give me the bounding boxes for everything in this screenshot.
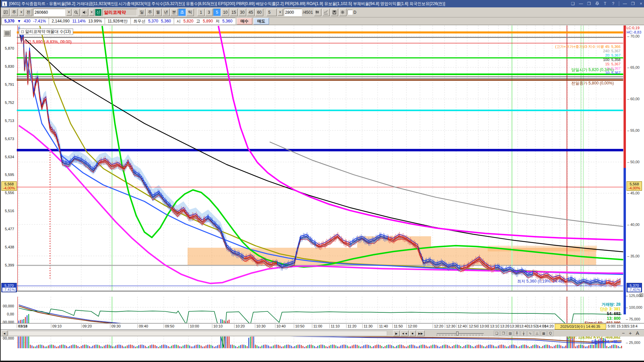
tool-icon[interactable]: ▦ [541,330,547,336]
time-label: 11:20 [346,324,357,328]
period-button-년[interactable]: 년 [162,9,170,16]
period-button-group: 일주월년분초틱 [138,9,194,16]
interval-button-45[interactable]: 45 [247,9,255,16]
time-label: 5:00 [606,324,615,328]
bar-count-input[interactable]: 2800 [284,9,302,16]
play-button[interactable]: ▶ [393,330,400,336]
restore-icon[interactable]: ❐ [631,1,635,6]
interval-button-15[interactable]: 15 [230,9,237,16]
window-title: [0601] 주식종합차트 - 유통비율[58.2] 거래대금[11,923(백… [9,1,445,7]
indicator-chart[interactable] [17,297,623,348]
candle-style-icon[interactable] [314,9,321,16]
period-button-주[interactable]: 주 [146,9,154,16]
time-label: 10:00 [189,324,199,328]
line-style-icon[interactable] [322,9,330,16]
horizontal-scrollbar[interactable] [8,331,387,336]
stock-type-combo[interactable]: 주 [10,9,18,16]
ma-legend-entry: 100: 5,358 [555,58,621,62]
percent-axis-label: – 45,00 [627,191,640,195]
app-icon: 1 [2,1,7,6]
best-quote-label: 최우선 [133,18,146,24]
tool-icon[interactable]: ╀ [514,330,520,336]
sell-button[interactable]: 매도 [254,18,269,24]
period-button-틱[interactable]: 틱 [186,9,194,16]
tool-icon[interactable]: ╁ [521,330,527,336]
close-icon[interactable]: × [639,1,643,6]
open-label: 시 [177,18,181,24]
text-tool-icon[interactable]: T [603,1,607,6]
pane-splitter[interactable] [17,291,623,292]
minimize-pane-icon[interactable]: — [579,1,583,6]
interval-button-1[interactable]: 1 [197,9,205,16]
quote-strip: 5,370 ▼ 430 -7.41% 2,144,090 11.14% 13.9… [1,18,235,24]
chart-title-box[interactable]: 알리코제약 매물대 수(13) [19,28,73,35]
current-price: 5,370 [4,19,14,23]
d-checkbox[interactable] [347,10,353,15]
cascade-window-icon[interactable]: ❏ [571,1,575,6]
sound-icon[interactable] [81,9,88,16]
count-combo-arrow[interactable]: ▼ [278,9,283,16]
ma-legend-entry: 10: 5,367 [555,71,621,75]
tool-icon[interactable]: Q [547,330,553,336]
time-label: 09:40 [138,324,148,328]
tool-icon[interactable]: ❏ [494,330,500,336]
minus4pct-marker: 5,568-4,00% [627,181,642,191]
price-change: 430 [24,19,31,23]
tool-icon[interactable]: ∿ [527,330,533,336]
collapse-icon[interactable] [21,31,24,33]
interval-button-30[interactable]: 30 [238,9,246,16]
price-axis-label: 5,595 [1,173,14,177]
ma-legend-entry: 5: 5,367 [555,66,621,71]
title-bar: 1 [0601] 주식종합차트 - 유통비율[58.2] 거래대금[11,923… [1,0,644,7]
grid-settings-button[interactable] [3,30,11,37]
interval-button-10[interactable]: 10 [221,9,229,16]
indicator-axis-label: – 100,000 [626,305,642,309]
help-icon[interactable]: ? [611,1,615,6]
buy-button[interactable]: 매수 [237,18,252,24]
count-combo[interactable]: 5 [267,9,277,16]
period-button-월[interactable]: 월 [154,9,162,16]
stock-code-input[interactable]: 260660 [33,9,65,16]
tool-icon[interactable]: ❐ [500,330,506,336]
period-button-분[interactable]: 분 [170,9,178,16]
minus4pct-marker: 5,568-4,00% [1,181,17,191]
price-axis-label: 5,713 [1,119,14,123]
gear-icon[interactable] [339,9,346,16]
stock-name: 알리코제약 [102,9,137,16]
period-button-초[interactable]: 초 [178,9,186,16]
speed-slider[interactable] [437,331,484,336]
interval-button-3[interactable]: 3 [205,9,213,16]
interval-button-5[interactable]: 5 [213,9,221,16]
tool-icon[interactable]: △ [534,330,540,336]
price-range-bar-lower [624,168,626,314]
sound-combo-arrow[interactable]: ▼ [89,9,94,16]
slider-handle[interactable] [456,331,459,336]
save-icon[interactable] [331,9,338,16]
stock-type-combo-arrow[interactable]: ▼ [19,9,24,16]
popout-icon[interactable] [2,9,9,16]
lc-label: LC:0,19 [627,26,640,30]
auto-scale-button[interactable]: A [636,330,639,336]
time-label: 13:20 [499,324,509,328]
zoom-out-button[interactable]: − [622,330,625,336]
low-label: 저 [216,18,220,24]
period-button-일[interactable]: 일 [138,9,146,16]
price-change-pct: -7.41% [33,19,46,23]
search-icon[interactable] [72,9,80,16]
interval-button-60[interactable]: 60 [255,9,263,16]
prev-stock-button[interactable]: 전 [25,9,32,16]
minimize-icon[interactable]: — [623,1,627,6]
time-label: 09:30 [110,324,121,328]
scroll-left-button[interactable]: ◄ [1,330,7,336]
price-axis-label: 5,556 [1,191,14,195]
stop-button[interactable]: ■ [409,330,416,336]
restore-pane-icon[interactable]: ❐ [587,1,591,6]
percent-axis-label: – 55,00 [627,128,640,132]
price-chart[interactable] [17,25,623,292]
rewind-button[interactable]: ◄◄ [400,330,409,336]
zoom-in-button[interactable]: + [629,330,632,336]
tool-icon[interactable]: ▨ [507,330,513,336]
stock-code-combo-arrow[interactable]: ▼ [66,9,71,16]
fast-forward-button[interactable]: ▶▶ [417,330,425,336]
pin-icon[interactable] [595,1,599,6]
